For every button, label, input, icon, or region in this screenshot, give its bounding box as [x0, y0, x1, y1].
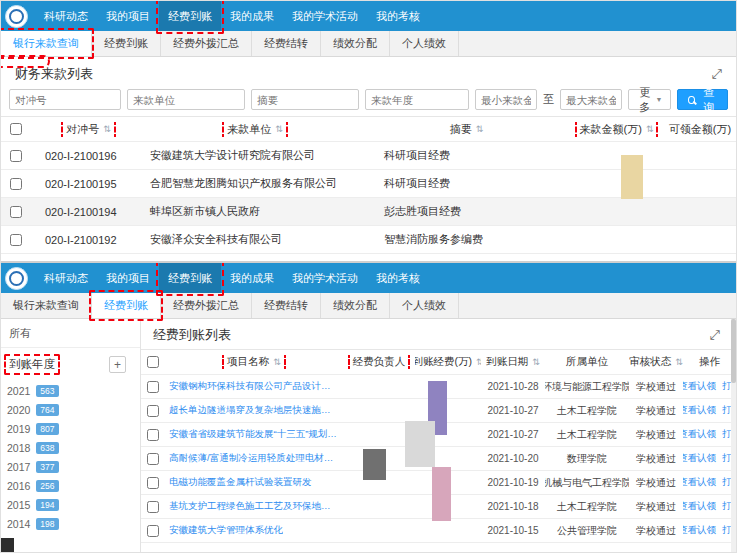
select-all-checkbox[interactable] [147, 356, 159, 368]
year-item[interactable]: 2015194 [7, 495, 140, 514]
expand-tree-button[interactable]: + [109, 356, 126, 373]
tab-outbound-summary[interactable]: 经费外拨汇总 [161, 293, 252, 318]
hedge-no-input[interactable] [9, 89, 121, 110]
sort-icon[interactable]: ⇅ [273, 357, 281, 367]
payer-unit-input[interactable] [127, 89, 245, 110]
header-leader-label: 经费负责人 [353, 355, 406, 369]
header-summary[interactable]: 摘要⇅ [364, 122, 569, 137]
header-arrival-date[interactable]: 到账日期⇅ [481, 355, 545, 369]
tab-personal-performance[interactable]: 个人绩效 [390, 31, 459, 56]
status-cell: 学校通过 [629, 380, 683, 394]
year-text: 2014 [7, 518, 30, 530]
header-status[interactable]: 审核状态⇅ [629, 355, 683, 369]
year-item[interactable]: 2016256 [7, 476, 140, 495]
tab-funding-arrival[interactable]: 经费到账 [92, 31, 161, 56]
view-claim-link[interactable]: 查看认领 [683, 476, 716, 489]
summary-cell: 智慧消防服务参编费 [364, 232, 569, 247]
nav-academic-activities[interactable]: 我的学术活动 [283, 1, 367, 31]
row-checkbox[interactable] [10, 150, 22, 162]
max-amount-input[interactable] [560, 89, 622, 110]
project-name-link[interactable]: 安徽钢构环保科技有限公司产品设计项目 [169, 380, 339, 393]
tab-funding-carryover[interactable]: 经费结转 [252, 293, 321, 318]
row-checkbox[interactable] [147, 453, 159, 465]
view-claim-link[interactable]: 查看认领 [683, 452, 716, 465]
view-claim-link[interactable]: 查看认领 [683, 524, 716, 537]
summary-input[interactable] [251, 89, 359, 110]
select-all-checkbox[interactable] [10, 123, 22, 135]
sort-icon[interactable]: ⇅ [532, 357, 540, 367]
header-leader[interactable]: 经费负责人 [343, 355, 415, 369]
sort-icon[interactable]: ⇅ [476, 357, 481, 367]
nav-research-news[interactable]: 科研动态 [35, 1, 97, 31]
row-checkbox[interactable] [147, 477, 159, 489]
row-checkbox[interactable] [147, 405, 159, 417]
header-hedge-no[interactable]: 对冲号⇅ [31, 122, 146, 137]
project-name-link[interactable]: 安徽建筑大学管理体系优化 [169, 524, 283, 537]
row-checkbox[interactable] [10, 234, 22, 246]
year-item[interactable]: 2019807 [7, 419, 140, 438]
nav-my-achievements[interactable]: 我的成果 [221, 263, 283, 293]
sort-icon[interactable]: ⇅ [476, 124, 484, 134]
header-payer-unit[interactable]: 来款单位⇅ [146, 122, 364, 137]
sidebar-year-header: 到账年度 + [1, 348, 140, 379]
header-project-name[interactable]: 项目名称⇅ [165, 355, 343, 369]
view-claim-link[interactable]: 查看认领 [683, 428, 716, 441]
sort-icon[interactable]: ⇅ [103, 124, 111, 134]
tab-funding-carryover[interactable]: 经费结转 [252, 31, 321, 56]
vertical-scrollbar[interactable] [731, 319, 736, 553]
year-item[interactable]: 2020764 [7, 400, 140, 419]
project-name-link[interactable]: 安徽省省级建筑节能发展“十三五”规划编制研究项目 [169, 428, 339, 441]
arrival-panel: 科研动态 我的项目 经费到账 我的成果 我的学术活动 我的考核 银行来款查询 经… [1, 263, 736, 553]
row-checkbox[interactable] [147, 381, 159, 393]
nav-academic-activities[interactable]: 我的学术活动 [283, 263, 367, 293]
min-amount-input[interactable] [475, 89, 537, 110]
tab-funding-arrival[interactable]: 经费到账 [92, 293, 161, 318]
view-claim-link[interactable]: 查看认领 [683, 500, 716, 513]
project-name-link[interactable]: 电磁功能覆盖金属杆试验装置研发 [169, 476, 312, 489]
arrival-page-title: 经费到账列表 [153, 326, 231, 344]
finance-titlebar: 财务来款列表 ⤢ [1, 57, 736, 89]
view-claim-link[interactable]: 查看认领 [683, 404, 716, 417]
row-checkbox[interactable] [147, 429, 159, 441]
row-checkbox[interactable] [10, 178, 22, 190]
payment-year-input[interactable] [365, 89, 469, 110]
view-claim-link[interactable]: 查看认领 [683, 380, 716, 393]
project-name-link[interactable]: 高耐候薄/富通制冷运用轻质处理电材料的设计合成等 [169, 452, 339, 465]
row-checkbox[interactable] [147, 525, 159, 537]
row-checkbox[interactable] [147, 501, 159, 513]
header-arrival-amount[interactable]: 到账经费(万)⇅ [415, 355, 481, 369]
nav-my-achievements[interactable]: 我的成果 [221, 1, 283, 31]
tab-performance-allocation[interactable]: 绩效分配 [321, 31, 390, 56]
sort-icon[interactable]: ⇅ [275, 124, 283, 134]
year-item[interactable]: 2021563 [7, 381, 140, 400]
header-amount[interactable]: 来款金额(万)⇅ [569, 122, 664, 137]
project-name-link[interactable]: 超长单边隧道塌穿及复杂地层快速施工关键技术研究 [169, 404, 339, 417]
tab-personal-performance[interactable]: 个人绩效 [390, 293, 459, 318]
sort-icon[interactable]: ⇅ [675, 357, 683, 367]
year-item[interactable]: 2018638 [7, 438, 140, 457]
sort-icon[interactable]: ⇅ [646, 124, 654, 134]
nav-my-projects[interactable]: 我的项目 [97, 1, 159, 31]
expand-icon[interactable]: ⤢ [710, 327, 720, 343]
nav-my-assessment[interactable]: 我的考核 [367, 263, 429, 293]
expand-icon[interactable]: ⤢ [712, 66, 722, 82]
row-checkbox[interactable] [10, 206, 22, 218]
scrollbar-thumb[interactable] [731, 319, 736, 383]
summary-cell: 科研项目经费 [364, 176, 569, 191]
tab-bank-payment-query[interactable]: 银行来款查询 [1, 293, 92, 318]
query-button[interactable]: 查询 [677, 89, 728, 110]
year-count-badge: 563 [36, 385, 58, 397]
nav-my-projects[interactable]: 我的项目 [97, 263, 159, 293]
sidebar-all-filter[interactable]: 所有 [1, 319, 140, 348]
year-item[interactable]: 2017377 [7, 457, 140, 476]
nav-funding-arrival[interactable]: 经费到账 [159, 1, 221, 31]
project-name-link[interactable]: 基坑支护工程绿色施工工艺及环保地质综合性研究 [169, 500, 339, 513]
year-item[interactable]: 2014198 [7, 514, 140, 533]
tab-performance-allocation[interactable]: 绩效分配 [321, 293, 390, 318]
nav-research-news[interactable]: 科研动态 [35, 263, 97, 293]
more-button[interactable]: 更多▼ [628, 89, 671, 110]
nav-funding-arrival[interactable]: 经费到账 [159, 263, 221, 293]
tab-bank-payment-query[interactable]: 银行来款查询 [1, 31, 92, 56]
nav-my-assessment[interactable]: 我的考核 [367, 1, 429, 31]
tab-outbound-summary[interactable]: 经费外拨汇总 [161, 31, 252, 56]
